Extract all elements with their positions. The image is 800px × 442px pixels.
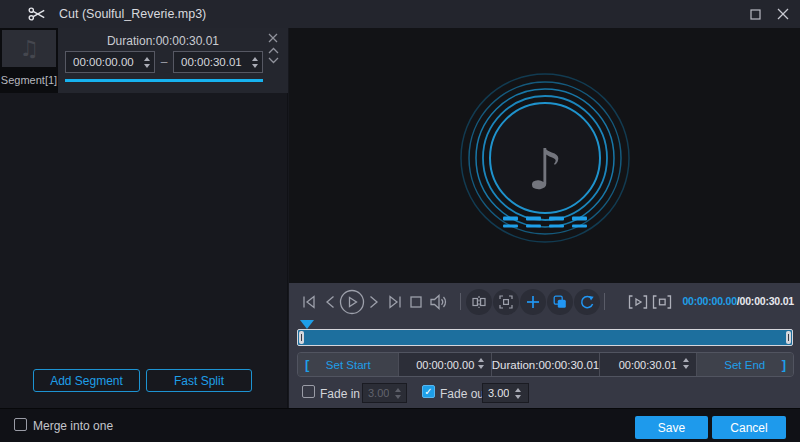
open-bracket: [ xyxy=(305,357,309,372)
segment-thumbnail-strip: ♫ Segment[1] xyxy=(0,28,58,93)
fade-row: Fade in ✓ Fade out xyxy=(289,378,800,408)
fade-out-input[interactable] xyxy=(483,386,511,400)
segment-panel: ♫ Segment[1] Duration:00:00:30.01 – xyxy=(0,28,288,408)
skip-to-start-icon[interactable] xyxy=(302,294,317,310)
segment-end-input[interactable] xyxy=(174,56,248,68)
merge-into-one-checkbox[interactable] xyxy=(14,418,27,431)
spinner-down-icon[interactable] xyxy=(144,64,150,68)
trim-controls-row: [ Set Start Duration:00:00:30.01 xyxy=(297,352,794,377)
footer: Merge into one Save Cancel xyxy=(0,408,800,442)
music-note-thumb-icon: ♫ xyxy=(19,36,39,61)
player-panel: ♪ xyxy=(289,28,800,408)
set-end-label: Set End xyxy=(724,359,765,371)
segment-end-spinner[interactable] xyxy=(248,55,262,69)
fade-in-spinbox[interactable] xyxy=(362,383,407,403)
segment-item[interactable]: ♫ Segment[1] Duration:00:00:30.01 – xyxy=(0,28,288,93)
spinner-up-icon[interactable] xyxy=(683,358,689,362)
reset-button[interactable] xyxy=(574,289,600,315)
spinner-up-icon[interactable] xyxy=(144,57,150,61)
timeline xyxy=(289,321,800,355)
controls-divider xyxy=(460,293,461,310)
scissors-icon xyxy=(28,6,47,22)
trim-start-handle[interactable] xyxy=(299,331,304,344)
trim-start-input[interactable] xyxy=(413,358,477,372)
timeline-track[interactable] xyxy=(297,329,793,346)
window-title: Cut (Soulful_Reverie.mp3) xyxy=(59,7,206,21)
segment-duration-label: Duration:00:00:30.01 xyxy=(58,34,268,48)
segment-delete-icon[interactable] xyxy=(265,31,281,44)
previous-frame-icon[interactable] xyxy=(324,294,336,310)
segment-start-spinner[interactable] xyxy=(140,55,154,69)
set-end-button[interactable]: Set End ] xyxy=(696,353,794,376)
play-selection-button[interactable] xyxy=(628,294,649,310)
set-start-button[interactable]: [ Set Start xyxy=(298,353,398,376)
segment-card: Duration:00:00:30.01 – xyxy=(58,28,288,93)
trim-start-spinner[interactable] xyxy=(474,356,488,370)
segment-label: Segment[1] xyxy=(0,74,58,86)
spinner-down-icon[interactable] xyxy=(252,64,258,68)
titlebar: Cut (Soulful_Reverie.mp3) xyxy=(0,0,800,28)
merge-into-one-label: Merge into one xyxy=(33,419,113,433)
stop-button[interactable] xyxy=(409,295,423,309)
total-time: /00:00:30.01 xyxy=(737,295,794,307)
trim-end-spinner[interactable] xyxy=(679,356,693,370)
fade-out-spinner[interactable] xyxy=(511,386,525,400)
spinner-up-icon[interactable] xyxy=(395,388,401,392)
fade-out-checkbox[interactable]: ✓ xyxy=(422,385,435,398)
fade-in-label: Fade in xyxy=(320,387,360,401)
trim-duration: Duration:00:00:30.01 xyxy=(491,353,599,376)
select-region-button[interactable] xyxy=(493,289,519,315)
set-start-label: Set Start xyxy=(326,359,371,371)
segment-start-field[interactable] xyxy=(65,51,155,73)
add-segment-icon-button[interactable] xyxy=(520,289,546,315)
current-time: 00:00:00.00 xyxy=(682,295,736,307)
range-separator: – xyxy=(155,55,173,69)
split-segment-button[interactable] xyxy=(466,289,492,315)
spinner-down-icon[interactable] xyxy=(395,395,401,399)
playback-controls: 00:00:00.00/00:00:30.01 xyxy=(289,283,800,321)
fade-in-spinner[interactable] xyxy=(391,386,405,400)
spinner-up-icon[interactable] xyxy=(515,388,521,392)
fast-split-button[interactable]: Fast Split xyxy=(146,369,252,392)
close-button[interactable] xyxy=(768,0,798,28)
close-bracket: ] xyxy=(782,357,786,372)
controls-divider xyxy=(604,293,605,310)
segment-progress-line xyxy=(65,79,263,82)
fade-in-input[interactable] xyxy=(363,386,391,400)
add-segment-button[interactable]: Add Segment xyxy=(33,369,140,392)
trim-duration-label: Duration:00:00:30.01 xyxy=(492,359,599,371)
save-button[interactable]: Save xyxy=(635,416,708,439)
trim-start-field[interactable] xyxy=(398,353,491,376)
music-note-icon: ♪ xyxy=(527,142,563,198)
spinner-up-icon[interactable] xyxy=(478,358,484,362)
cancel-button[interactable]: Cancel xyxy=(712,416,786,439)
segment-thumbnail[interactable]: ♫ xyxy=(2,30,56,67)
spinner-down-icon[interactable] xyxy=(515,395,521,399)
spinner-down-icon[interactable] xyxy=(478,365,484,369)
segment-move-down-icon[interactable] xyxy=(266,55,280,65)
stop-selection-button[interactable] xyxy=(652,294,673,310)
fade-out-spinbox[interactable] xyxy=(482,383,529,403)
next-frame-icon[interactable] xyxy=(368,294,380,310)
maximize-button[interactable] xyxy=(740,0,770,28)
cut-dialog-window: Cut (Soulful_Reverie.mp3) ♫ Segment[1] D… xyxy=(0,0,800,442)
volume-icon[interactable] xyxy=(430,294,449,310)
time-display: 00:00:00.00/00:00:30.01 xyxy=(682,295,794,307)
audio-preview: ♪ xyxy=(289,28,800,283)
spinner-up-icon[interactable] xyxy=(252,57,258,61)
play-button[interactable] xyxy=(339,289,365,315)
trim-end-handle[interactable] xyxy=(786,331,791,344)
check-icon: ✓ xyxy=(424,387,432,397)
playhead-marker[interactable] xyxy=(300,320,314,329)
segment-end-field[interactable] xyxy=(173,51,263,73)
segment-start-input[interactable] xyxy=(66,56,140,68)
equalizer-dashes xyxy=(503,217,587,228)
segment-move-up-icon[interactable] xyxy=(266,45,280,55)
trim-end-input[interactable] xyxy=(616,358,680,372)
fade-out-label: Fade out xyxy=(440,387,487,401)
spinner-down-icon[interactable] xyxy=(683,365,689,369)
skip-to-end-icon[interactable] xyxy=(388,294,403,310)
copy-segment-button[interactable] xyxy=(547,289,573,315)
fade-in-checkbox[interactable] xyxy=(302,385,315,398)
trim-end-field[interactable] xyxy=(599,353,696,376)
